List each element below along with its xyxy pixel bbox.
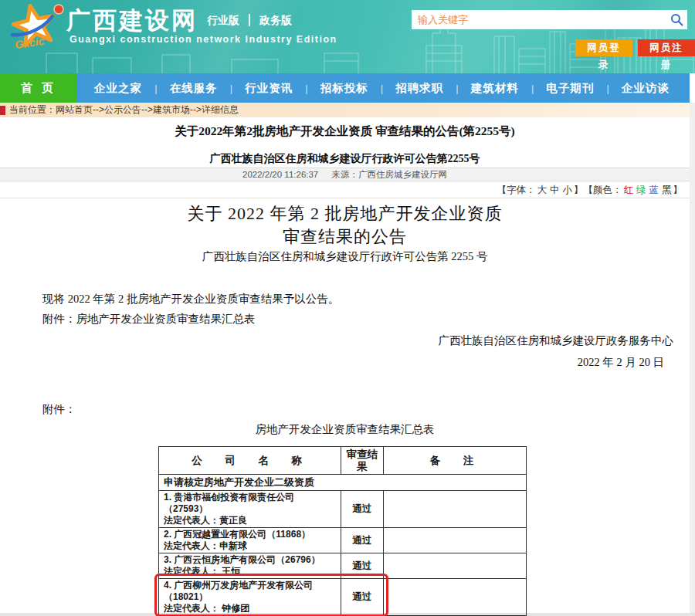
nav-item-enterprise-home[interactable]: 企业之家 [94, 81, 142, 96]
company-name: 2. 广西冠越置业有限公司（11868） [164, 529, 336, 540]
nav-separator: | [230, 83, 232, 94]
font-size-medium-button[interactable]: 中 [550, 184, 560, 195]
color-blue-button[interactable]: 蓝 [649, 184, 659, 195]
nav-separator: | [305, 83, 307, 94]
breadcrumb-red-marker [0, 106, 5, 115]
table-header-row: 公 司 名 称 审查结果 备 注 [159, 447, 527, 475]
remark-cell [384, 491, 527, 528]
page: Gxcic 广西建设网行业版政务版 Guangxi construction n… [0, 0, 695, 616]
legal-representative: 法定代表人：黄正良 [164, 515, 336, 526]
nav-items: 企业之家| 在线服务| 行业资讯| 招标投标| 招聘求职| 建筑材料| 电子期刊… [77, 73, 690, 103]
font-size-large-button[interactable]: 大 [537, 184, 548, 195]
company-name: 4. 广西柳州万发房地产开发有限公司（18021） [164, 580, 336, 603]
site-title: 广西建设网 [66, 7, 198, 34]
site-brand: 广西建设网行业版政务版 [66, 5, 292, 37]
result-table: 公 司 名 称 审查结果 备 注 申请核定房地产开发企业二级资质 1. 贵港市福… [158, 446, 527, 616]
review-result-cell: 通过 [341, 553, 384, 579]
legal-representative: 法定代表人： 钟修团 [164, 603, 336, 614]
company-cell: 3. 广西云恒房地产有限公司（26796）法定代表人： 王恒 [159, 553, 341, 579]
main-nav: 首 页 企业之家| 在线服务| 行业资讯| 招标投标| 招聘求职| 建筑材料| … [0, 73, 690, 103]
member-register-button[interactable]: 网员注册 [638, 39, 695, 56]
nav-separator: | [154, 83, 157, 94]
nav-item-online-services[interactable]: 在线服务 [170, 81, 218, 96]
font-size-small-button[interactable]: 小 [563, 184, 573, 195]
article-headline-line1: 关于 2022 年第 2 批房地产开发企业资质 [0, 202, 690, 225]
signature-organization: 广西壮族自治区住房和城乡建设厅政务服务中心 [439, 333, 674, 348]
column-header-remark: 备 注 [384, 447, 527, 475]
attachment-table-title: 房地产开发企业资质审查结果汇总表 [0, 422, 690, 437]
nav-separator: | [381, 83, 383, 94]
edition-gov-link[interactable]: 政务版 [249, 14, 292, 26]
member-login-button[interactable]: 网员登录 [575, 39, 632, 56]
nav-separator: | [606, 83, 609, 94]
edition-industry-link[interactable]: 行业版 [207, 14, 239, 26]
color-control-suffix: 】 [673, 184, 683, 195]
signature-date: 2022 年 2 月 20 日 [578, 355, 664, 370]
remark-cell [384, 528, 527, 553]
search-button[interactable] [666, 10, 687, 29]
logo-red-dot [54, 5, 63, 14]
search-input[interactable] [412, 10, 666, 29]
attachment-label: 附件： [42, 402, 76, 417]
column-header-result: 审查结果 [341, 447, 384, 475]
company-cell: 2. 广西冠越置业有限公司（11868）法定代表人：申新球 [159, 528, 341, 553]
view-controls: 【字体：大中小】【颜色：红绿蓝黑】 [497, 184, 683, 197]
nav-item-industry-news[interactable]: 行业资讯 [245, 81, 293, 96]
site-header: Gxcic 广西建设网行业版政务版 Guangxi construction n… [0, 0, 695, 73]
nav-item-building-materials[interactable]: 建筑材料 [471, 81, 519, 96]
company-cell: 4. 广西柳州万发房地产开发有限公司（18021）法定代表人： 钟修团 [159, 579, 341, 616]
nav-item-bidding[interactable]: 招标投标 [320, 81, 368, 96]
result-table-wrap: 公 司 名 称 审查结果 备 注 申请核定房地产开发企业二级资质 1. 贵港市福… [158, 446, 526, 616]
nav-item-e-journal[interactable]: 电子期刊 [546, 81, 594, 96]
font-control-prefix: 【字体： [497, 184, 536, 195]
site-title-english: Guangxi construction network Industry Ed… [70, 34, 337, 45]
review-result-cell: 通过 [341, 528, 384, 553]
column-header-company: 公 司 名 称 [159, 447, 341, 475]
table-row: 3. 广西云恒房地产有限公司（26796）法定代表人： 王恒通过 [159, 553, 527, 579]
breadcrumb-bar: 当前位置：网站首页-->公示公告-->建筑市场-->详细信息 [0, 103, 695, 117]
table-section-header: 申请核定房地产开发企业二级资质 [159, 475, 527, 491]
color-control-prefix: 【颜色： [584, 184, 622, 195]
breadcrumb[interactable]: 当前位置：网站首页-->公示公告-->建筑市场-->详细信息 [9, 103, 239, 117]
attachment-reference-line: 附件：房地产开发企业资质审查结果汇总表 [42, 312, 256, 327]
review-result-cell: 通过 [341, 579, 384, 616]
nav-item-enterprise-interview[interactable]: 企业访谈 [622, 81, 670, 96]
remark-cell [384, 579, 527, 616]
publish-timestamp: 2022/2/20 11:26:37 [242, 170, 318, 179]
nav-item-recruitment[interactable]: 招聘求职 [395, 81, 443, 96]
section-divider [0, 198, 690, 198]
table-row: 2. 广西冠越置业有限公司（11868）法定代表人：申新球通过 [159, 528, 527, 553]
page-title: 关于2022年第2批房地产开发企业资质 审查结果的公告(第2255号) [0, 124, 690, 140]
legal-representative: 法定代表人：申新球 [164, 540, 336, 552]
site-logo[interactable]: Gxcic [3, 1, 70, 55]
legal-representative: 法定代表人： 王恒 [164, 566, 336, 577]
search-box [412, 10, 687, 29]
article-headline-line2: 审查结果的公告 [0, 225, 690, 249]
article-paragraph: 现将 2022 年第 2 批房地产开发企业资质审查结果予以公告。 [42, 292, 339, 306]
article-doc-number: 广西壮族自治区住房和城乡建设厅行政许可公告第 2255 号 [0, 249, 690, 264]
table-section-row: 申请核定房地产开发企业二级资质 [159, 475, 527, 491]
review-result-cell: 通过 [341, 491, 384, 528]
article-meta-bar: 2022/2/20 11:26:37 来源：广西住房城乡建设厅网 [0, 168, 690, 181]
table-row: 4. 广西柳州万发房地产开发有限公司（18021）法定代表人： 钟修团通过 [159, 579, 527, 616]
nav-separator: | [456, 83, 458, 94]
remark-cell [384, 553, 527, 579]
article-source: 来源：广西住房城乡建设厅网 [331, 170, 447, 179]
company-name: 3. 广西云恒房地产有限公司（26796） [164, 554, 336, 566]
logo-wordmark: Gxcic [14, 35, 45, 51]
color-green-button[interactable]: 绿 [636, 184, 646, 195]
font-control-suffix: 】 [574, 184, 584, 195]
company-cell: 1. 贵港市福创投资有限责任公司（27593）法定代表人：黄正良 [159, 491, 341, 528]
nav-item-home[interactable]: 首 页 [0, 73, 77, 103]
header-account-buttons: 网员登录 网员注册 [575, 39, 695, 56]
search-icon [670, 13, 683, 26]
page-subtitle: 广西壮族自治区住房和城乡建设厅行政许可公告第2255号 [0, 152, 690, 166]
nav-separator: | [531, 83, 534, 94]
company-name: 1. 贵港市福创投资有限责任公司（27593） [164, 492, 336, 515]
page-right-gutter [690, 103, 695, 616]
table-row: 1. 贵港市福创投资有限责任公司（27593）法定代表人：黄正良通过 [159, 491, 527, 528]
color-red-button[interactable]: 红 [624, 184, 634, 195]
color-black-button[interactable]: 黑 [662, 184, 672, 195]
